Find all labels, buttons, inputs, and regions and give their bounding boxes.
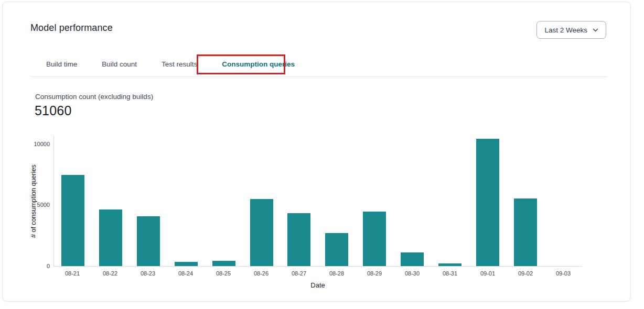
tab-test-results[interactable]: Test results: [162, 60, 197, 68]
y-tick-10000: 10000: [34, 141, 50, 147]
x-tick-08-21: 08-21: [53, 270, 91, 277]
tab-bar: Build timeBuild countTest resultsConsump…: [46, 60, 295, 68]
bar-slot-08-28: [318, 136, 356, 266]
bar-slot-08-25: [205, 136, 243, 266]
plot-area: 0500010000: [53, 136, 582, 267]
bar-08-25[interactable]: [212, 261, 235, 266]
x-axis-labels: 08-2108-2208-2308-2408-2508-2608-2708-28…: [53, 270, 582, 277]
x-tick-09-01: 09-01: [469, 270, 507, 277]
tab-consumption-queries[interactable]: Consumption queries: [222, 60, 295, 68]
x-tick-08-25: 08-25: [205, 270, 242, 277]
bar-slot-08-29: [356, 136, 393, 266]
y-axis-title: # of consumption queries: [29, 136, 38, 267]
x-axis-title: Date: [53, 281, 582, 289]
y-tick-0: 0: [47, 263, 50, 269]
model-performance-card: Model performance Last 2 Weeks Build tim…: [2, 2, 631, 302]
bar-08-29[interactable]: [363, 212, 386, 266]
bar-slot-09-01: [469, 136, 507, 266]
bar-08-24[interactable]: [175, 262, 198, 266]
bar-series: [54, 136, 582, 266]
x-tick-08-24: 08-24: [167, 270, 205, 277]
bar-slot-08-22: [92, 136, 130, 266]
bar-09-01[interactable]: [476, 139, 499, 266]
x-tick-08-30: 08-30: [393, 270, 431, 277]
x-tick-08-23: 08-23: [129, 270, 167, 277]
x-tick-09-02: 09-02: [507, 270, 544, 277]
bar-08-31[interactable]: [438, 263, 461, 266]
bar-slot-08-23: [130, 136, 167, 266]
model-performance-screen: Model performance Last 2 Weeks Build tim…: [0, 0, 644, 309]
bar-08-28[interactable]: [325, 233, 348, 266]
x-tick-08-22: 08-22: [91, 270, 129, 277]
bar-08-30[interactable]: [401, 252, 424, 266]
x-tick-08-29: 08-29: [356, 270, 393, 277]
bar-slot-08-26: [243, 136, 281, 266]
x-tick-08-28: 08-28: [318, 270, 356, 277]
bar-slot-09-02: [507, 136, 544, 266]
bar-08-23[interactable]: [137, 216, 160, 266]
chevron-down-icon: [593, 28, 598, 32]
date-range-dropdown[interactable]: Last 2 Weeks: [536, 21, 606, 39]
bar-08-22[interactable]: [99, 209, 122, 266]
tab-build-count[interactable]: Build count: [102, 60, 137, 68]
page-title: Model performance: [30, 23, 113, 34]
bar-08-21[interactable]: [61, 175, 84, 266]
tab-divider: [31, 76, 607, 77]
x-tick-08-31: 08-31: [431, 270, 469, 277]
x-tick-08-27: 08-27: [280, 270, 318, 277]
bar-09-02[interactable]: [514, 198, 537, 266]
bar-slot-08-31: [431, 136, 469, 266]
x-tick-08-26: 08-26: [242, 270, 280, 277]
tab-build-time[interactable]: Build time: [46, 60, 77, 68]
x-tick-09-03: 09-03: [544, 270, 582, 277]
bar-slot-08-27: [281, 136, 318, 266]
bar-08-26[interactable]: [250, 199, 273, 266]
date-range-value: Last 2 Weeks: [544, 26, 587, 34]
metric-value: 51060: [35, 103, 72, 118]
bar-slot-08-30: [393, 136, 431, 266]
bar-slot-08-24: [167, 136, 205, 266]
bar-08-27[interactable]: [287, 213, 310, 266]
y-tick-5000: 5000: [37, 202, 50, 208]
bar-slot-09-03: [544, 136, 582, 266]
metric-label: Consumption count (excluding builds): [35, 93, 153, 101]
bar-slot-08-21: [54, 136, 92, 266]
